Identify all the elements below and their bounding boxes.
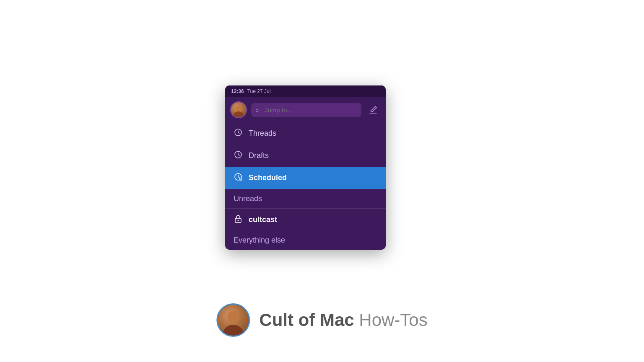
threads-label: Threads [249,129,276,138]
popup-panel: 12:36 Tue 27 Jul ⌕ Threads [225,85,386,250]
branding-text: Cult of Mac How-Tos [259,310,427,330]
menu-item-everything-else[interactable]: Everything else [225,231,386,250]
avatar[interactable] [230,101,247,118]
lock-icon [234,215,243,225]
menu-item-threads[interactable]: Threads [225,122,386,145]
branding: Cult of Mac How-Tos [216,303,427,337]
branding-avatar [216,303,250,337]
search-input[interactable] [251,103,361,117]
svg-point-5 [238,220,239,221]
compose-icon [369,105,378,114]
search-row: ⌕ [225,97,386,122]
cultcast-label: cultcast [249,215,277,224]
calendar-date: Tue 27 Jul [247,88,271,94]
threads-icon [234,128,243,139]
search-wrapper: ⌕ [251,103,361,117]
scheduled-icon [234,173,243,183]
title-bar: 12:36 Tue 27 Jul [225,85,386,97]
menu-item-unreads[interactable]: Unreads [225,189,386,208]
menu-item-drafts[interactable]: Drafts [225,145,386,167]
avatar-image [231,102,246,117]
branding-app-name: Cult of Mac [259,310,354,330]
unreads-label: Unreads [234,194,262,203]
compose-button[interactable] [366,102,381,117]
scheduled-label: Scheduled [249,173,287,182]
branding-avatar-image [218,305,249,336]
menu-item-scheduled[interactable]: Scheduled [225,167,386,189]
branding-app-suffix: How-Tos [354,310,428,330]
menu-item-cultcast[interactable]: cultcast [225,209,386,231]
everything-else-label: Everything else [234,236,285,245]
clock-time: 12:36 [231,88,244,94]
drafts-label: Drafts [249,151,269,160]
drafts-icon [234,150,243,161]
